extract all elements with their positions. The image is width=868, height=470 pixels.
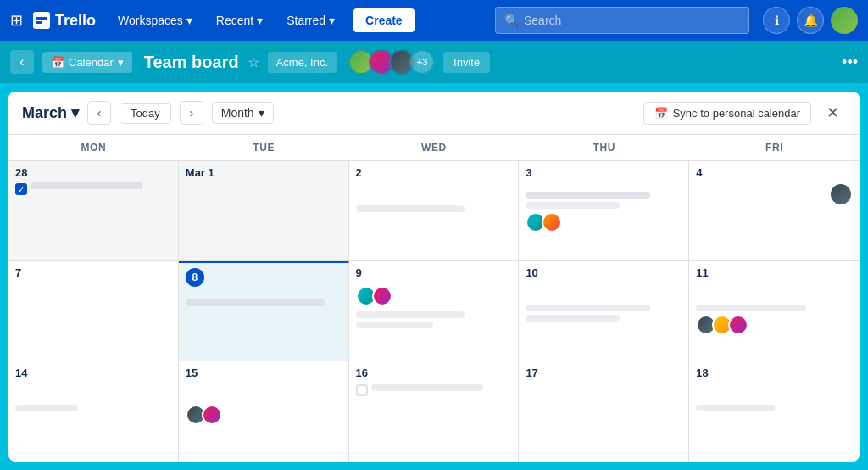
cell-thu-17[interactable]: 17	[519, 361, 689, 462]
cell-wed-9[interactable]: 9	[349, 261, 520, 361]
event-text-line	[15, 405, 78, 411]
cell-thu-10[interactable]: 10	[519, 261, 689, 361]
day-number: 28	[15, 166, 171, 179]
event-chip-blue	[235, 290, 278, 297]
event-chip-orange	[583, 182, 630, 189]
calendar-toolbar: March ▾ ‹ Today › Month ▾ 📅 Sync to pers…	[8, 92, 860, 135]
day-header-mon: Mon	[8, 135, 179, 160]
cell-wed-16[interactable]: 16	[349, 361, 520, 462]
today-button[interactable]: Today	[120, 103, 171, 124]
event-text-line	[31, 182, 143, 189]
checkbox-icon: ✓	[15, 183, 27, 195]
cell-tue-15[interactable]: 15	[179, 361, 349, 462]
calendar-row-3: 14 15 16	[8, 361, 860, 462]
cell-avatar	[728, 315, 748, 335]
calendar-body: 28 ✓ Mar 1 2	[8, 161, 860, 462]
search-input[interactable]	[524, 14, 740, 27]
more-options-button[interactable]: •••	[842, 53, 858, 71]
cell-fri-11[interactable]: 11	[689, 261, 860, 361]
member-avatars: +3	[348, 49, 435, 75]
cell-avatar	[202, 405, 222, 425]
event-chip-yellow	[526, 182, 580, 189]
cell-avatars	[186, 405, 342, 425]
cell-mon-7[interactable]: 7	[8, 261, 179, 361]
day-header-wed: Wed	[349, 135, 520, 160]
next-month-button[interactable]: ›	[180, 101, 203, 125]
cell-wed-2[interactable]: 2	[349, 161, 520, 260]
search-bar[interactable]: 🔍	[495, 7, 749, 34]
day-header-thu: Thu	[519, 135, 689, 160]
day-number: 11	[696, 266, 853, 279]
star-button[interactable]: ☆	[248, 54, 259, 70]
cell-avatars	[526, 212, 682, 232]
search-icon: 🔍	[504, 14, 519, 27]
event-text-line	[356, 311, 465, 318]
calendar-row-2: 7 8 9	[8, 261, 860, 361]
create-button[interactable]: Create	[353, 8, 415, 32]
day-number: Mar 1	[186, 166, 342, 179]
event-text-line	[696, 305, 805, 311]
day-number: 8	[186, 268, 204, 287]
day-number: 17	[526, 366, 682, 379]
event-chip-cyan	[356, 196, 426, 203]
cell-avatars	[356, 286, 512, 306]
workspaces-menu[interactable]: Workspaces ▾	[109, 8, 201, 32]
prev-month-button[interactable]: ‹	[87, 101, 111, 125]
event-text-line	[696, 405, 774, 411]
day-number: 7	[15, 266, 171, 279]
calendar-area: March ▾ ‹ Today › Month ▾ 📅 Sync to pers…	[8, 92, 860, 462]
calendar-header: Mon Tue Wed Thu Fri	[8, 135, 860, 161]
cell-avatar	[829, 182, 853, 206]
day-number: 18	[696, 366, 853, 379]
trello-logo[interactable]: Trello	[33, 12, 96, 30]
cell-fri-18[interactable]: 18	[689, 361, 860, 462]
cell-avatar	[542, 212, 562, 232]
day-number: 15	[186, 366, 342, 379]
day-header-fri: Fri	[689, 135, 860, 160]
cell-mon-14[interactable]: 14	[8, 361, 179, 462]
top-navigation: ⊞ Trello Workspaces ▾ Recent ▾ Starred ▾…	[0, 0, 868, 41]
calendar-icon: 📅	[51, 56, 64, 69]
cell-thu-3[interactable]: 3	[519, 161, 689, 260]
day-number: 16	[356, 366, 512, 379]
workspace-button[interactable]: Acme, Inc.	[268, 52, 337, 73]
day-number: 14	[15, 366, 171, 379]
board-navigation: ‹ 📅 Calendar ▾ Team board ☆ Acme, Inc. +…	[0, 41, 868, 83]
view-selector[interactable]: Month ▾	[212, 102, 274, 124]
day-header-tue: Tue	[179, 135, 349, 160]
month-title[interactable]: March ▾	[22, 104, 79, 122]
invite-button[interactable]: Invite	[443, 52, 490, 73]
notifications-button[interactable]: 🔔	[797, 7, 824, 34]
recent-menu[interactable]: Recent ▾	[208, 8, 271, 32]
user-avatar[interactable]	[831, 7, 858, 34]
cell-fri-4[interactable]: 4	[689, 161, 860, 260]
trello-name: Trello	[55, 12, 96, 30]
day-number: 4	[696, 166, 853, 179]
cell-tue-8[interactable]: 8	[179, 261, 349, 361]
cell-mon-28[interactable]: 28 ✓	[8, 161, 179, 260]
grid-icon[interactable]: ⊞	[10, 11, 23, 30]
extra-members-count[interactable]: +3	[409, 49, 435, 75]
checkbox-empty	[356, 384, 368, 396]
day-number: 9	[356, 266, 512, 279]
starred-menu[interactable]: Starred ▾	[278, 8, 343, 32]
collapse-sidebar-button[interactable]: ‹	[10, 50, 34, 74]
calendar-view-button[interactable]: 📅 Calendar ▾	[42, 52, 132, 73]
cell-tue-mar1[interactable]: Mar 1	[179, 161, 349, 260]
day-number: 10	[526, 266, 682, 279]
sync-calendar-button[interactable]: 📅 Sync to personal calendar	[643, 102, 811, 125]
event-text-line	[356, 322, 434, 328]
event-text-line	[356, 205, 465, 212]
event-text-line	[526, 305, 650, 311]
sync-icon: 📅	[654, 107, 668, 120]
event-chip-purple	[281, 290, 314, 297]
cell-avatar	[372, 286, 392, 306]
close-calendar-button[interactable]: ✕	[820, 100, 846, 126]
event-text-line	[526, 202, 619, 209]
event-text-line	[526, 315, 619, 322]
board-title: Team board	[144, 53, 239, 72]
info-button[interactable]: ℹ	[763, 7, 790, 34]
day-number: 3	[526, 166, 682, 179]
event-chip-green	[428, 196, 482, 203]
event-text-line	[371, 384, 484, 391]
